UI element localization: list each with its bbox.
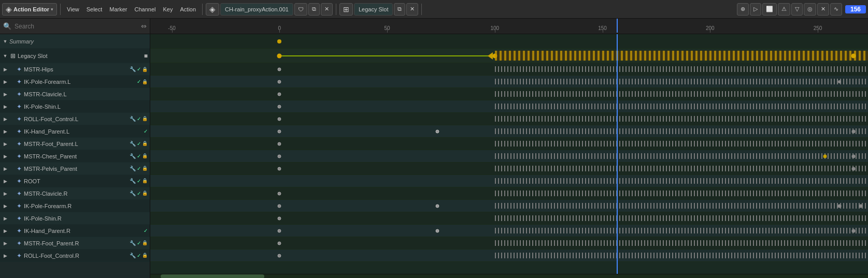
expand-ik-hand-r[interactable]: ▶ <box>2 228 8 234</box>
tool-btn-7[interactable]: ∿ <box>830 3 842 16</box>
expand-roll-foot-r[interactable]: ▶ <box>2 253 8 259</box>
filter-btn[interactable]: ▽ <box>791 3 803 16</box>
expand-ik-pole-forearm-l[interactable]: ▶ <box>2 79 8 85</box>
timeline-ik-pole-fl[interactable] <box>150 76 868 88</box>
slot-copy-btn[interactable]: ⧉ <box>394 3 405 16</box>
legacy-stop-icon: ■ <box>144 52 148 60</box>
channel-copy-btn[interactable]: ⧉ <box>308 3 320 16</box>
timeline-mstr-chest[interactable] <box>150 150 868 163</box>
frame-badge[interactable]: 156 <box>845 5 866 13</box>
mstr-pelvis-controls: 🔧 ✓ 🔒 <box>130 166 148 171</box>
mstr-foot-r-controls: 🔧 ✓ 🔒 <box>130 240 148 246</box>
tool-btn-1[interactable]: ⊕ <box>737 3 749 16</box>
timeline-mstr-cr[interactable] <box>150 187 868 200</box>
lock-icon-mc: 🔒 <box>142 153 148 159</box>
expand-summary[interactable]: ▼ <box>2 38 8 45</box>
swap-icon: ⇔ <box>141 22 147 30</box>
timeline-root[interactable] <box>150 175 868 187</box>
expand-mstr-foot-r[interactable]: ▶ <box>2 240 8 246</box>
tool2-icon: ▷ <box>753 6 758 12</box>
wrench-icon-mfr: 🔧 <box>130 240 136 246</box>
mode2-icon: ⊞ <box>343 5 349 13</box>
timeline-summary-row[interactable] <box>150 34 868 49</box>
ruler-tick-100 <box>495 30 495 33</box>
timeline-ruler[interactable]: -50 0 50 100 150 200 250 <box>150 19 868 34</box>
check-icon-mp: ✓ <box>137 166 141 171</box>
bone-icon-ik-hand-r: ✦ <box>17 227 22 235</box>
timeline-legacy-row[interactable] <box>150 49 868 63</box>
timeline-ik-fr[interactable] <box>150 200 868 212</box>
tool1-icon: ⊕ <box>741 6 745 12</box>
horizontal-scrollbar[interactable] <box>150 274 868 278</box>
dense-rfr <box>495 253 868 258</box>
slot-close-btn[interactable]: ✕ <box>406 3 418 16</box>
mode-icon-btn[interactable]: ◈ <box>206 3 219 16</box>
timeline-ik-hand-r[interactable] <box>150 225 868 237</box>
select-menu[interactable]: Select <box>83 3 106 16</box>
marker-menu[interactable]: Marker <box>106 3 130 16</box>
kf-fl-0 <box>278 80 281 83</box>
tool-btn-6[interactable]: ✕ <box>817 3 829 16</box>
channel-close-btn[interactable]: ✕ <box>321 3 333 16</box>
timeline-ik-shinr[interactable] <box>150 212 868 225</box>
timeline-ik-hand-l[interactable] <box>150 125 868 138</box>
search-input[interactable] <box>15 23 138 30</box>
expand-mstr-foot-l[interactable]: ▶ <box>2 141 8 147</box>
expand-root[interactable]: ▶ <box>2 178 8 184</box>
expand-ik-pole-shin-r[interactable]: ▶ <box>2 215 8 222</box>
tool-btn-3[interactable]: ⬜ <box>762 3 777 16</box>
app-menu-button[interactable]: ◈ Action Editor ▾ <box>2 3 57 16</box>
tool-btn-4[interactable]: ⚠ <box>778 3 790 16</box>
expand-mstr-clavicle-r[interactable]: ▶ <box>2 191 8 197</box>
expand-legacy[interactable]: ▼ <box>2 53 8 59</box>
expand-mstr-clavicle-l[interactable]: ▶ <box>2 91 8 97</box>
timeline-mstr-hips[interactable] <box>150 63 868 76</box>
timeline-roll-foot-r[interactable] <box>150 250 868 262</box>
channel-shield-btn[interactable]: 🛡 <box>294 3 307 16</box>
dense-mp <box>495 166 868 171</box>
legacy-icon: ⊞ <box>10 52 16 60</box>
kf-ihl-mid <box>436 129 439 133</box>
timeline-ik-shin-l[interactable] <box>150 100 868 113</box>
key-menu[interactable]: Key <box>160 3 176 16</box>
kf-rfr-0 <box>278 254 281 257</box>
channel-close-icon: ✕ <box>324 6 329 12</box>
bone-icon-mstr-pelvis: ✦ <box>17 165 22 172</box>
timeline-tracks[interactable] <box>150 34 868 274</box>
dense-shinl <box>495 104 868 109</box>
tool-btn-2[interactable]: ▷ <box>750 3 761 16</box>
mstr-foot-r-label: MSTR-Foot_Parent.R <box>24 240 79 246</box>
expand-mstr-hips[interactable]: ▶ <box>2 66 8 72</box>
expand-mstr-chest[interactable]: ▶ <box>2 153 8 159</box>
check-icon-fl: ✓ <box>137 79 141 84</box>
tool-btn-5[interactable]: ◎ <box>804 3 816 16</box>
mode-icon: ◈ <box>209 5 216 14</box>
track-row-ik-pole-forearm-l: ▶ ✦ IK-Pole-Forearm.L ✓ 🔒 <box>0 76 150 88</box>
wrench-icon-root: 🔧 <box>130 178 136 184</box>
view-menu[interactable]: View <box>64 3 82 16</box>
timeline-mstr-foot-l[interactable] <box>150 138 868 150</box>
scrollbar-thumb[interactable] <box>161 274 264 278</box>
check-icon-ihr: ✓ <box>144 228 148 233</box>
action-menu[interactable]: Action <box>177 3 199 16</box>
dense-cr <box>495 191 868 196</box>
expand-ik-hand-l[interactable]: ▶ <box>2 128 8 135</box>
kf-ihr-mid <box>436 229 439 232</box>
channel-menu[interactable]: Channel <box>132 3 159 16</box>
expand-roll-foot-l[interactable]: ▶ <box>2 116 8 122</box>
timeline-mstr-cl[interactable] <box>150 88 868 100</box>
track-row-mstr-foot-l: ▶ ✦ MSTR-Foot_Parent.L 🔧 ✓ 🔒 <box>0 138 150 150</box>
expand-ik-pole-forearm-r[interactable]: ▶ <box>2 203 8 209</box>
expand-mstr-pelvis[interactable]: ▶ <box>2 166 8 172</box>
bone-icon-mstr-chest: ✦ <box>17 153 22 160</box>
bone-icon-mstr-foot-r: ✦ <box>17 240 22 247</box>
slot-close-icon: ✕ <box>410 6 415 12</box>
timeline-mstr-foot-r[interactable] <box>150 237 868 250</box>
legacy-controls: ■ <box>144 52 148 60</box>
timeline-roll-foot-l[interactable] <box>150 113 868 125</box>
timeline-mstr-pelvis[interactable] <box>150 163 868 175</box>
expand-ik-pole-shin-l[interactable]: ▶ <box>2 104 8 110</box>
slot-group: ⊞ Legacy Slot ⧉ ✕ <box>339 3 418 16</box>
ruler-tick-0 <box>279 30 280 33</box>
mode2-icon-btn[interactable]: ⊞ <box>339 3 353 16</box>
